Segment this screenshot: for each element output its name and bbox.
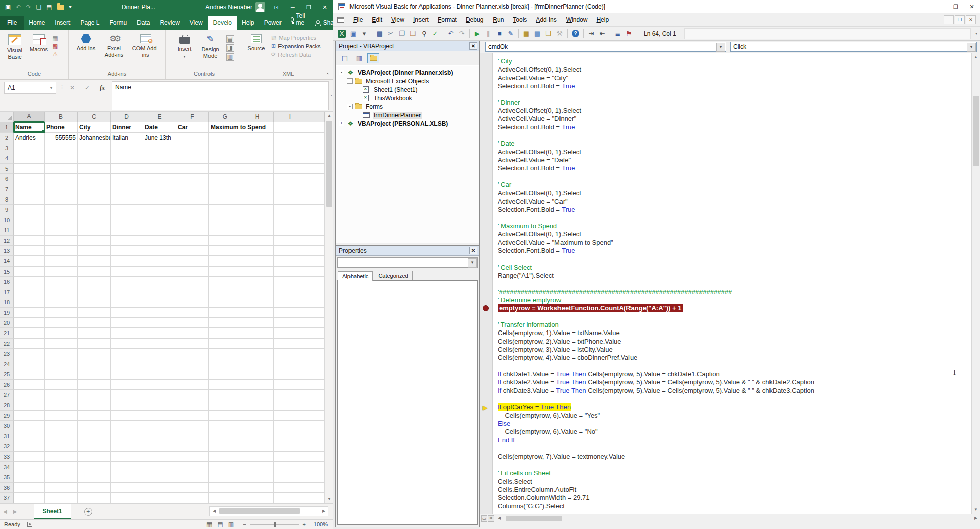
- grid-cell-I20[interactable]: [274, 318, 306, 328]
- grid-cell-F5[interactable]: [176, 164, 209, 174]
- grid-cell-E24[interactable]: [143, 359, 176, 369]
- grid-cell-A17[interactable]: [14, 287, 45, 297]
- grid-cell-G16[interactable]: [209, 277, 241, 287]
- row-header-21[interactable]: 21: [0, 328, 14, 338]
- grid-cell-B15[interactable]: [45, 267, 78, 277]
- grid-cell-B14[interactable]: [45, 256, 78, 266]
- project-panel-header[interactable]: Project - VBAProject ✕: [336, 41, 479, 51]
- bookmark-icon[interactable]: ⚑: [623, 29, 635, 39]
- grid-cell-D31[interactable]: [111, 431, 143, 441]
- grid-cell-G11[interactable]: [209, 225, 241, 235]
- grid-cell-E2[interactable]: June 13th: [143, 133, 176, 143]
- code-line[interactable]: Selection.Font.Bold = True: [498, 247, 971, 255]
- project-tree-item[interactable]: -Microsoft Excel Objects: [336, 77, 479, 85]
- grid-cell-E16[interactable]: [143, 277, 176, 287]
- grid-cell-E3[interactable]: [143, 143, 176, 153]
- scroll-right-icon[interactable]: ▶: [320, 507, 328, 516]
- formula-bar-input[interactable]: Name: [112, 81, 329, 110]
- grid-cell-D25[interactable]: [111, 369, 143, 379]
- design-mode-icon[interactable]: ✎: [505, 29, 516, 39]
- grid-cell-B37[interactable]: [45, 493, 78, 503]
- menu-run[interactable]: Run: [488, 14, 508, 26]
- menu-debug[interactable]: Debug: [461, 14, 488, 26]
- grid-cell-G27[interactable]: [209, 390, 241, 400]
- full-module-view-icon[interactable]: ≡: [488, 515, 494, 522]
- grid-cell-F13[interactable]: [176, 246, 209, 256]
- grid-cell-A12[interactable]: [14, 236, 45, 246]
- grid-cell-C18[interactable]: [78, 297, 111, 307]
- code-line[interactable]: ' Transfer information: [498, 321, 971, 329]
- refresh-data-button[interactable]: ⟳ Refresh Data: [271, 50, 321, 59]
- tab-home[interactable]: Home: [24, 16, 50, 30]
- grid-cell-C24[interactable]: [78, 359, 111, 369]
- object-dropdown[interactable]: cmdOk: [485, 42, 726, 52]
- grid-cell-G29[interactable]: [209, 411, 241, 421]
- row-header-10[interactable]: 10: [0, 215, 14, 225]
- grid-cell-D23[interactable]: [111, 349, 143, 359]
- record-macro-icon[interactable]: ▦: [51, 35, 59, 42]
- grid-cell-H32[interactable]: [241, 441, 274, 451]
- column-header-H[interactable]: H: [241, 112, 274, 122]
- grid-cell-F17[interactable]: [176, 287, 209, 297]
- grid-cell-G35[interactable]: [209, 472, 241, 482]
- code-line[interactable]: Cells(emptyrow, 4).Value = cboDinnerPref…: [498, 354, 971, 362]
- code-line[interactable]: End If: [498, 436, 971, 444]
- grid-cell-I28[interactable]: [274, 400, 306, 410]
- maximize-icon[interactable]: ❐: [948, 0, 964, 14]
- grid-cell-B33[interactable]: [45, 452, 78, 462]
- grid-cell-C5[interactable]: [78, 164, 111, 174]
- grid-cell-E15[interactable]: [143, 267, 176, 277]
- grid-cell-H22[interactable]: [241, 339, 274, 349]
- grid-cell-F1[interactable]: Car: [176, 122, 209, 133]
- page-layout-view-icon[interactable]: ▤: [217, 521, 223, 528]
- row-header-31[interactable]: 31: [0, 431, 14, 441]
- grid-cell-C21[interactable]: [78, 328, 111, 338]
- grid-cell-H37[interactable]: [241, 493, 274, 503]
- grid-cell-I25[interactable]: [274, 369, 306, 379]
- grid-cell-B17[interactable]: [45, 287, 78, 297]
- grid-cell-F19[interactable]: [176, 308, 209, 318]
- column-header-A[interactable]: A: [14, 112, 45, 122]
- code-line[interactable]: [498, 362, 971, 370]
- grid-cell-H25[interactable]: [241, 369, 274, 379]
- row-header-9[interactable]: 9: [0, 205, 14, 215]
- grid-cell-F27[interactable]: [176, 390, 209, 400]
- grid-cell-F10[interactable]: [176, 215, 209, 225]
- grid-cell-H34[interactable]: [241, 462, 274, 472]
- grid-cell-G25[interactable]: [209, 369, 241, 379]
- code-line[interactable]: ActiveCell.Offset(0, 1).Select: [498, 107, 971, 115]
- column-header-I[interactable]: I: [274, 112, 306, 122]
- row-header-15[interactable]: 15: [0, 267, 14, 277]
- grid-cell-B3[interactable]: [45, 143, 78, 153]
- grid-cell-H26[interactable]: [241, 380, 274, 390]
- code-line[interactable]: If optCarYes = True Then: [498, 403, 971, 411]
- code-line[interactable]: Cells(emptyrow, 1).Value = txtName.Value: [498, 329, 971, 337]
- row-header-7[interactable]: 7: [0, 184, 14, 194]
- grid-cell-I22[interactable]: [274, 339, 306, 349]
- row-header-29[interactable]: 29: [0, 411, 14, 421]
- grid-cell-G19[interactable]: [209, 308, 241, 318]
- grid-cell-I5[interactable]: [274, 164, 306, 174]
- grid-cell-A26[interactable]: [14, 380, 45, 390]
- grid-cell-F3[interactable]: [176, 143, 209, 153]
- grid-cell-C22[interactable]: [78, 339, 111, 349]
- grid-cell-C35[interactable]: [78, 472, 111, 482]
- grid-cell-C16[interactable]: [78, 277, 111, 287]
- grid-cell-B34[interactable]: [45, 462, 78, 472]
- code-line[interactable]: ' Maximum to Spend: [498, 222, 971, 230]
- column-header-E[interactable]: E: [143, 112, 176, 122]
- grid-cell-D27[interactable]: [111, 390, 143, 400]
- child-window-icon[interactable]: [337, 17, 344, 23]
- grid-cell-H36[interactable]: [241, 483, 274, 493]
- grid-cell-A5[interactable]: [14, 164, 45, 174]
- grid-cell-E13[interactable]: [143, 246, 176, 256]
- collapse-icon[interactable]: -: [339, 70, 344, 75]
- grid-cell-E11[interactable]: [143, 225, 176, 235]
- tell-me-box[interactable]: Tell me: [287, 9, 311, 30]
- row-header-37[interactable]: 37: [0, 493, 14, 503]
- expansion-packs-button[interactable]: ⊞ Expansion Packs: [271, 42, 321, 50]
- child-restore-icon[interactable]: ❐: [955, 15, 965, 24]
- code-line[interactable]: ' Cell Select: [498, 263, 971, 272]
- grid-cell-A3[interactable]: [14, 143, 45, 153]
- grid-cell-H30[interactable]: [241, 421, 274, 431]
